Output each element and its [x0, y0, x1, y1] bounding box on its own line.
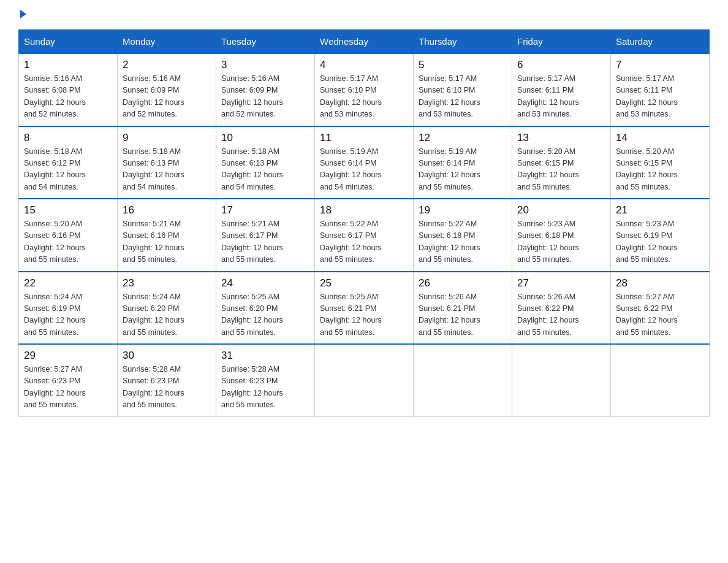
day-number: 18	[320, 204, 408, 216]
day-info: Sunrise: 5:23 AM Sunset: 6:19 PM Dayligh…	[616, 218, 704, 266]
calendar-cell	[414, 344, 512, 416]
calendar-week-row: 8 Sunrise: 5:18 AM Sunset: 6:12 PM Dayli…	[19, 126, 710, 199]
day-info: Sunrise: 5:20 AM Sunset: 6:15 PM Dayligh…	[616, 146, 704, 194]
calendar-header-saturday: Saturday	[611, 30, 710, 54]
day-info: Sunrise: 5:16 AM Sunset: 6:09 PM Dayligh…	[123, 73, 211, 121]
calendar-cell: 20 Sunrise: 5:23 AM Sunset: 6:18 PM Dayl…	[512, 199, 611, 272]
day-number: 5	[419, 59, 507, 71]
day-number: 3	[221, 59, 309, 71]
day-info: Sunrise: 5:17 AM Sunset: 6:11 PM Dayligh…	[616, 73, 704, 121]
day-info: Sunrise: 5:18 AM Sunset: 6:13 PM Dayligh…	[221, 146, 309, 194]
logo	[18, 12, 26, 18]
day-number: 12	[419, 132, 507, 144]
day-info: Sunrise: 5:28 AM Sunset: 6:23 PM Dayligh…	[221, 364, 309, 412]
day-info: Sunrise: 5:17 AM Sunset: 6:11 PM Dayligh…	[517, 73, 605, 121]
calendar-cell: 23 Sunrise: 5:24 AM Sunset: 6:20 PM Dayl…	[118, 272, 216, 345]
calendar-cell: 6 Sunrise: 5:17 AM Sunset: 6:11 PM Dayli…	[512, 53, 611, 126]
day-info: Sunrise: 5:26 AM Sunset: 6:22 PM Dayligh…	[517, 291, 605, 339]
calendar-cell: 16 Sunrise: 5:21 AM Sunset: 6:16 PM Dayl…	[118, 199, 216, 272]
logo-arrow-icon	[20, 10, 26, 18]
day-info: Sunrise: 5:18 AM Sunset: 6:12 PM Dayligh…	[24, 146, 112, 194]
day-info: Sunrise: 5:27 AM Sunset: 6:22 PM Dayligh…	[616, 291, 704, 339]
day-number: 19	[419, 204, 507, 216]
day-info: Sunrise: 5:16 AM Sunset: 6:08 PM Dayligh…	[24, 73, 112, 121]
day-number: 28	[616, 277, 704, 289]
day-info: Sunrise: 5:16 AM Sunset: 6:09 PM Dayligh…	[221, 73, 309, 121]
day-number: 1	[24, 59, 112, 71]
calendar-cell: 11 Sunrise: 5:19 AM Sunset: 6:14 PM Dayl…	[315, 126, 414, 199]
calendar-cell: 25 Sunrise: 5:25 AM Sunset: 6:21 PM Dayl…	[315, 272, 414, 345]
day-number: 7	[616, 59, 704, 71]
day-number: 11	[320, 132, 408, 144]
calendar-header-row: SundayMondayTuesdayWednesdayThursdayFrid…	[19, 30, 710, 54]
day-info: Sunrise: 5:22 AM Sunset: 6:17 PM Dayligh…	[320, 218, 408, 266]
day-number: 10	[221, 132, 309, 144]
calendar-cell: 14 Sunrise: 5:20 AM Sunset: 6:15 PM Dayl…	[611, 126, 710, 199]
calendar-cell: 28 Sunrise: 5:27 AM Sunset: 6:22 PM Dayl…	[611, 272, 710, 345]
day-number: 15	[24, 204, 112, 216]
day-number: 20	[517, 204, 605, 216]
calendar-header-wednesday: Wednesday	[315, 30, 414, 54]
calendar-cell: 5 Sunrise: 5:17 AM Sunset: 6:10 PM Dayli…	[414, 53, 512, 126]
day-number: 6	[517, 59, 605, 71]
calendar-cell: 31 Sunrise: 5:28 AM Sunset: 6:23 PM Dayl…	[216, 344, 315, 416]
day-info: Sunrise: 5:17 AM Sunset: 6:10 PM Dayligh…	[419, 73, 507, 121]
day-info: Sunrise: 5:18 AM Sunset: 6:13 PM Dayligh…	[123, 146, 211, 194]
calendar-header-thursday: Thursday	[414, 30, 512, 54]
calendar-cell: 1 Sunrise: 5:16 AM Sunset: 6:08 PM Dayli…	[19, 53, 118, 126]
calendar-cell: 3 Sunrise: 5:16 AM Sunset: 6:09 PM Dayli…	[216, 53, 315, 126]
calendar-cell: 12 Sunrise: 5:19 AM Sunset: 6:14 PM Dayl…	[414, 126, 512, 199]
day-info: Sunrise: 5:24 AM Sunset: 6:20 PM Dayligh…	[123, 291, 211, 339]
day-number: 24	[221, 277, 309, 289]
calendar-cell	[315, 344, 414, 416]
day-number: 21	[616, 204, 704, 216]
day-info: Sunrise: 5:24 AM Sunset: 6:19 PM Dayligh…	[24, 291, 112, 339]
calendar-week-row: 15 Sunrise: 5:20 AM Sunset: 6:16 PM Dayl…	[19, 199, 710, 272]
calendar-week-row: 1 Sunrise: 5:16 AM Sunset: 6:08 PM Dayli…	[19, 53, 710, 126]
day-number: 17	[221, 204, 309, 216]
calendar-cell: 26 Sunrise: 5:26 AM Sunset: 6:21 PM Dayl…	[414, 272, 512, 345]
day-number: 23	[123, 277, 211, 289]
calendar-cell: 29 Sunrise: 5:27 AM Sunset: 6:23 PM Dayl…	[19, 344, 118, 416]
calendar-cell: 2 Sunrise: 5:16 AM Sunset: 6:09 PM Dayli…	[118, 53, 216, 126]
calendar-cell: 8 Sunrise: 5:18 AM Sunset: 6:12 PM Dayli…	[19, 126, 118, 199]
day-number: 4	[320, 59, 408, 71]
day-info: Sunrise: 5:28 AM Sunset: 6:23 PM Dayligh…	[123, 364, 211, 412]
day-info: Sunrise: 5:22 AM Sunset: 6:18 PM Dayligh…	[419, 218, 507, 266]
calendar-week-row: 22 Sunrise: 5:24 AM Sunset: 6:19 PM Dayl…	[19, 272, 710, 345]
day-info: Sunrise: 5:19 AM Sunset: 6:14 PM Dayligh…	[320, 146, 408, 194]
page-header	[18, 12, 710, 18]
day-info: Sunrise: 5:27 AM Sunset: 6:23 PM Dayligh…	[24, 364, 112, 412]
calendar-cell	[512, 344, 611, 416]
calendar-cell: 22 Sunrise: 5:24 AM Sunset: 6:19 PM Dayl…	[19, 272, 118, 345]
calendar-cell: 21 Sunrise: 5:23 AM Sunset: 6:19 PM Dayl…	[611, 199, 710, 272]
day-info: Sunrise: 5:23 AM Sunset: 6:18 PM Dayligh…	[517, 218, 605, 266]
day-number: 9	[123, 132, 211, 144]
calendar-cell: 24 Sunrise: 5:25 AM Sunset: 6:20 PM Dayl…	[216, 272, 315, 345]
calendar-cell: 17 Sunrise: 5:21 AM Sunset: 6:17 PM Dayl…	[216, 199, 315, 272]
day-number: 13	[517, 132, 605, 144]
calendar-cell: 27 Sunrise: 5:26 AM Sunset: 6:22 PM Dayl…	[512, 272, 611, 345]
day-info: Sunrise: 5:19 AM Sunset: 6:14 PM Dayligh…	[419, 146, 507, 194]
calendar-cell: 19 Sunrise: 5:22 AM Sunset: 6:18 PM Dayl…	[414, 199, 512, 272]
day-number: 27	[517, 277, 605, 289]
calendar-cell: 10 Sunrise: 5:18 AM Sunset: 6:13 PM Dayl…	[216, 126, 315, 199]
day-number: 14	[616, 132, 704, 144]
calendar-cell: 13 Sunrise: 5:20 AM Sunset: 6:15 PM Dayl…	[512, 126, 611, 199]
calendar-header-sunday: Sunday	[19, 30, 118, 54]
logo-blue-text	[18, 12, 26, 18]
calendar-cell: 15 Sunrise: 5:20 AM Sunset: 6:16 PM Dayl…	[19, 199, 118, 272]
day-info: Sunrise: 5:25 AM Sunset: 6:21 PM Dayligh…	[320, 291, 408, 339]
day-number: 26	[419, 277, 507, 289]
calendar-cell: 9 Sunrise: 5:18 AM Sunset: 6:13 PM Dayli…	[118, 126, 216, 199]
calendar-cell: 7 Sunrise: 5:17 AM Sunset: 6:11 PM Dayli…	[611, 53, 710, 126]
calendar-cell: 4 Sunrise: 5:17 AM Sunset: 6:10 PM Dayli…	[315, 53, 414, 126]
day-info: Sunrise: 5:26 AM Sunset: 6:21 PM Dayligh…	[419, 291, 507, 339]
day-info: Sunrise: 5:20 AM Sunset: 6:15 PM Dayligh…	[517, 146, 605, 194]
calendar-week-row: 29 Sunrise: 5:27 AM Sunset: 6:23 PM Dayl…	[19, 344, 710, 416]
calendar-header-monday: Monday	[118, 30, 216, 54]
day-info: Sunrise: 5:21 AM Sunset: 6:17 PM Dayligh…	[221, 218, 309, 266]
day-number: 30	[123, 350, 211, 362]
day-number: 29	[24, 350, 112, 362]
day-info: Sunrise: 5:17 AM Sunset: 6:10 PM Dayligh…	[320, 73, 408, 121]
